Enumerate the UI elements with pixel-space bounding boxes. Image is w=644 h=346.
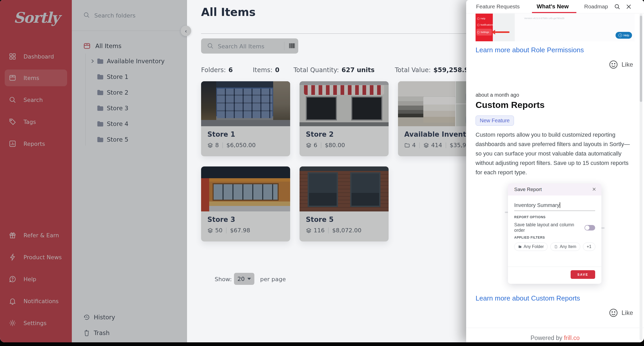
tree-item-available-inventory[interactable]: Available Inventory <box>72 54 187 68</box>
per-page-select[interactable]: 20 <box>234 273 254 285</box>
tree-item-label: Store 1 <box>107 73 128 80</box>
quantity-layers-icon <box>207 228 213 233</box>
tab-roadmap[interactable]: Roadmap <box>584 0 608 13</box>
sidebar-item-product-news[interactable]: Product News <box>5 249 67 266</box>
mini-version-text: Version v6.5.0-97580-145-ga780a35 <box>524 17 564 20</box>
save-button: SAVE <box>571 270 595 279</box>
folder-card-store-5[interactable]: Store 5 116 $8,072.00 <box>300 166 389 241</box>
per-page-suffix: per page <box>260 276 286 282</box>
chevron-right-icon[interactable] <box>90 59 95 64</box>
dimmed-app-area: Sortly Dashboard Items Search <box>0 0 466 342</box>
close-icon[interactable] <box>625 3 632 10</box>
sidebar-item-refer-earn[interactable]: Refer & Earn <box>5 227 67 244</box>
sidebar-item-label: Settings <box>24 320 46 326</box>
card-quantity: 414 <box>431 142 442 148</box>
custom-reports-link[interactable]: Learn more about Custom Reports <box>476 294 580 302</box>
folder-search-input[interactable] <box>94 10 173 20</box>
post-body: Custom reports allow you to build custom… <box>476 130 631 177</box>
role-permissions-screenshot: Help Notifications Settings Version v6.5… <box>476 14 635 41</box>
role-permissions-link[interactable]: Learn more about Role Permissions <box>476 46 584 54</box>
chip-any-folder: Any Folder <box>514 243 548 251</box>
tree-item-store-2[interactable]: Store 2 <box>72 85 187 100</box>
folder-icon <box>518 245 522 249</box>
divider <box>446 142 446 148</box>
trash-button[interactable]: Trash <box>72 326 187 340</box>
tree-item-all-items[interactable]: All Items <box>72 40 187 52</box>
divider <box>223 142 223 148</box>
sidebar-item-label: Help <box>24 276 36 282</box>
screenshot-stage: Sortly Dashboard Items Search <box>0 0 644 346</box>
tab-feature-requests[interactable]: Feature Requests <box>476 0 520 13</box>
mini-help-button: ? Help <box>616 32 632 39</box>
items-search-bar <box>201 38 298 54</box>
card-stats: 50 $67.98 <box>207 227 284 234</box>
folder-card-store-3[interactable]: Store 3 50 $67.98 <box>201 166 290 241</box>
tree-item-label: All Items <box>95 43 121 49</box>
quantity-layers-icon <box>423 142 429 148</box>
folder-card-store-2[interactable]: Store 2 6 $80.00 <box>300 81 389 156</box>
quantity-layers-icon <box>306 142 312 148</box>
like-button-role[interactable]: Like <box>608 60 633 70</box>
folder-icon <box>96 136 104 143</box>
frill-link[interactable]: frill.co <box>564 335 579 341</box>
active-tab-underline <box>532 12 576 13</box>
tree-item-store-5[interactable]: Store 5 <box>72 132 187 147</box>
stat-items: Items:0 <box>253 65 279 75</box>
mini-sidebar: Help Notifications Settings <box>476 14 493 41</box>
chip-more-filters: +1 <box>583 243 595 251</box>
card-value: $6,050.00 <box>226 142 256 148</box>
collapse-folder-panel-button[interactable]: ‹ <box>181 26 191 36</box>
card-folders: 4 <box>412 142 416 148</box>
card-value: $8,072.00 <box>332 227 361 234</box>
card-title: Store 3 <box>207 216 284 223</box>
stat-folders: Folders:6 <box>201 65 233 75</box>
divider <box>226 228 226 233</box>
smiley-icon <box>608 60 618 70</box>
folder-card-store-1[interactable]: Store 1 8 $6,050.00 <box>201 81 290 156</box>
card-quantity: 8 <box>215 142 219 148</box>
sidebar-item-search[interactable]: Search <box>5 91 67 108</box>
card-title: Store 5 <box>306 216 382 223</box>
sidebar-item-dashboard[interactable]: Dashboard <box>5 48 67 65</box>
trash-label: Trash <box>94 330 110 336</box>
trash-icon <box>83 329 90 337</box>
store-5-photo <box>300 166 389 211</box>
sidebar-item-notifications[interactable]: Notifications <box>5 293 67 309</box>
app-window: Sortly Dashboard Items Search <box>0 0 644 342</box>
layout-toggle-row: Save table layout and column order <box>514 222 595 233</box>
panel-footer-divider <box>466 328 644 328</box>
divider <box>419 142 420 148</box>
question-icon: ? <box>618 33 622 37</box>
sidebar-item-help[interactable]: Help <box>5 271 67 287</box>
search-icon <box>9 96 16 104</box>
new-feature-badge: New Feature <box>476 116 514 126</box>
panel-header: Feature Requests What's New Roadmap <box>466 0 644 13</box>
history-button[interactable]: History <box>72 310 187 324</box>
tree-item-store-4[interactable]: Store 4 <box>72 117 187 131</box>
quantity-layers-icon <box>306 228 312 233</box>
sidebar-item-tags[interactable]: Tags <box>5 113 67 130</box>
folder-icon <box>404 142 410 148</box>
barcode-scan-icon[interactable] <box>288 42 296 50</box>
items-search-input[interactable] <box>217 41 278 51</box>
like-label: Like <box>622 61 633 68</box>
toggle-label: Save table layout and column order <box>514 222 584 233</box>
sidebar-item-label: Reports <box>24 141 45 147</box>
like-button-custom[interactable]: Like <box>608 308 633 318</box>
tree-item-store-1[interactable]: Store 1 <box>72 70 187 84</box>
bar-chart-icon <box>9 140 16 148</box>
mini-item-notifications: Notifications <box>477 22 492 28</box>
sidebar-item-label: Refer & Earn <box>24 232 59 239</box>
tree-item-label: Store 4 <box>107 120 128 127</box>
modal-footer-divider <box>508 267 601 267</box>
panel-scrollbar-thumb[interactable] <box>640 16 642 102</box>
sidebar-item-settings[interactable]: Settings <box>5 315 67 331</box>
divider <box>328 228 329 233</box>
tab-whats-new[interactable]: What's New <box>537 0 569 13</box>
sidebar-item-label: Dashboard <box>24 53 54 60</box>
sidebar-item-reports[interactable]: Reports <box>5 135 67 152</box>
tree-item-label: Store 3 <box>107 105 128 112</box>
panel-search-icon[interactable] <box>614 3 620 10</box>
sidebar-item-items[interactable]: Items <box>5 70 67 86</box>
tree-item-store-3[interactable]: Store 3 <box>72 101 187 116</box>
